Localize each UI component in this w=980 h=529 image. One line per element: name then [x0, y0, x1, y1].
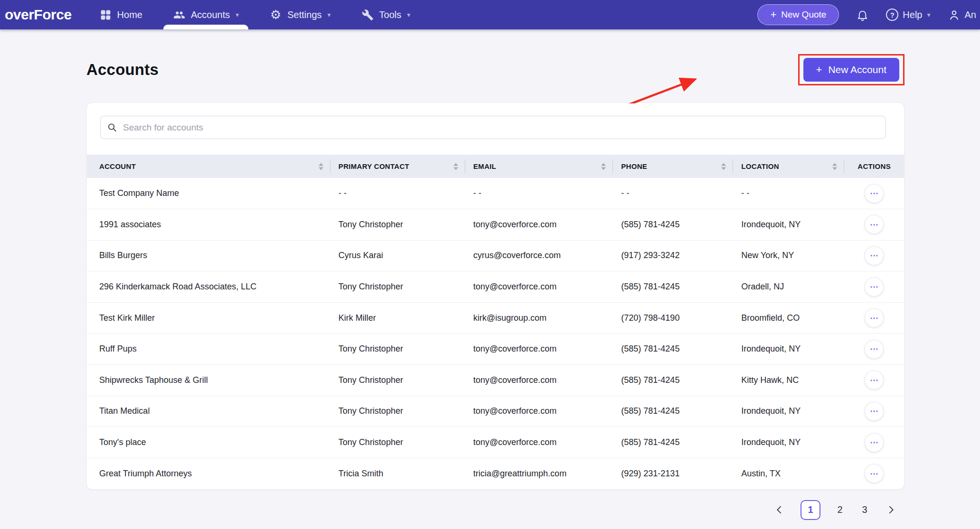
- annotation-highlight-box: + New Account: [798, 54, 905, 85]
- page-title: Accounts: [86, 61, 159, 79]
- nav-item-label: Home: [117, 9, 142, 20]
- search-input[interactable]: [100, 116, 886, 139]
- cell-location: Irondequoit, NY: [733, 334, 844, 365]
- sort-icon: [721, 163, 726, 170]
- row-actions-button[interactable]: ⋯: [865, 402, 884, 421]
- column-header-phone[interactable]: PHONE: [613, 155, 733, 178]
- plus-icon: +: [770, 9, 776, 20]
- chevron-down-icon: ▾: [407, 11, 410, 19]
- row-actions-button[interactable]: ⋯: [865, 215, 884, 234]
- cell-phone: (720) 798-4190: [613, 302, 733, 334]
- column-header-email[interactable]: EMAIL: [465, 155, 613, 178]
- cell-phone: (585) 781-4245: [613, 396, 733, 427]
- cell-account: 296 Kinderkamack Road Associates, LLC: [87, 271, 330, 303]
- next-page-button[interactable]: [884, 503, 898, 517]
- cell-email: - -: [465, 178, 613, 209]
- help-menu[interactable]: ? Help ▾: [886, 9, 930, 21]
- notifications-bell-button[interactable]: [856, 9, 869, 21]
- column-header-actions: ACTIONS: [844, 155, 904, 178]
- column-header-label: EMAIL: [473, 162, 496, 170]
- cell-email: kirk@isugroup.com: [465, 302, 613, 334]
- nav-item-label: Accounts: [191, 9, 230, 20]
- nav-item-home[interactable]: Home: [99, 0, 142, 29]
- row-actions-button[interactable]: ⋯: [865, 184, 884, 203]
- prev-page-button[interactable]: [773, 503, 786, 517]
- column-header-account[interactable]: ACCOUNT: [87, 155, 330, 178]
- page-button-2[interactable]: 2: [835, 504, 845, 515]
- table-row[interactable]: Test Company Name - - - - - - - - ⋯: [87, 178, 904, 209]
- row-actions-button[interactable]: ⋯: [865, 371, 884, 390]
- cell-phone: (585) 781-4245: [613, 427, 733, 458]
- cell-account: Titan Medical: [87, 396, 330, 427]
- table-row[interactable]: Test Kirk Miller Kirk Miller kirk@isugro…: [87, 302, 904, 334]
- page-button-1[interactable]: 1: [801, 500, 820, 520]
- table-row[interactable]: Bills Burgers Cyrus Karai cyrus@coverfor…: [87, 240, 904, 271]
- active-tab-indicator: [163, 25, 248, 29]
- table-body: Test Company Name - - - - - - - - ⋯ 1991…: [87, 178, 904, 489]
- cell-primary-contact: Cyrus Karai: [330, 240, 465, 271]
- cell-account: Shipwrecks Taphouse & Grill: [87, 365, 330, 396]
- cell-primary-contact: Tony Christopher: [330, 396, 465, 427]
- row-actions-button[interactable]: ⋯: [865, 278, 884, 297]
- row-actions-button[interactable]: ⋯: [865, 340, 884, 359]
- new-quote-button[interactable]: + New Quote: [757, 4, 839, 25]
- cell-location: Irondequoit, NY: [733, 427, 844, 458]
- cell-email: tony@coverforce.com: [465, 396, 613, 427]
- user-menu[interactable]: An: [948, 9, 976, 21]
- cell-email: tony@coverforce.com: [465, 427, 613, 458]
- table-row[interactable]: Shipwrecks Taphouse & Grill Tony Christo…: [87, 365, 904, 396]
- page-button-3[interactable]: 3: [859, 504, 870, 515]
- new-quote-label: New Quote: [781, 9, 826, 20]
- cell-email: tony@coverforce.com: [465, 271, 613, 303]
- table-row[interactable]: Great Triumph Attorneys Tricia Smith tri…: [87, 458, 904, 489]
- table-row[interactable]: 1991 associates Tony Christopher tony@co…: [87, 209, 904, 241]
- cell-email: tony@coverforce.com: [465, 365, 613, 396]
- row-actions-button[interactable]: ⋯: [865, 464, 884, 483]
- nav-item-label: Settings: [287, 9, 321, 20]
- cell-phone: (585) 781-4245: [613, 209, 733, 241]
- new-account-label: New Account: [828, 64, 886, 75]
- cell-account: Great Triumph Attorneys: [87, 458, 330, 489]
- cell-phone: (585) 781-4245: [613, 271, 733, 303]
- nav-item-settings[interactable]: ⚙ Settings ▾: [269, 0, 330, 29]
- cell-phone: (585) 781-4245: [613, 334, 733, 365]
- nav-item-tools[interactable]: Tools ▾: [361, 0, 411, 29]
- coverforce-logo[interactable]: overForce: [5, 7, 72, 23]
- nav-item-accounts[interactable]: Accounts ▾: [173, 0, 239, 29]
- cell-location: Austin, TX: [733, 458, 844, 489]
- column-header-primary-contact[interactable]: PRIMARY CONTACT: [330, 155, 465, 178]
- column-header-label: ACCOUNT: [99, 162, 136, 170]
- accounts-table: ACCOUNT PRIMARY CONTACT EMAIL PHONE LOCA…: [87, 155, 904, 489]
- help-icon: ?: [886, 9, 898, 21]
- chevron-down-icon: ▾: [927, 11, 931, 19]
- cell-primary-contact: Kirk Miller: [330, 302, 465, 334]
- row-actions-button[interactable]: ⋯: [865, 433, 884, 452]
- table-row[interactable]: 296 Kinderkamack Road Associates, LLC To…: [87, 271, 904, 303]
- cell-phone: - -: [613, 178, 733, 209]
- cell-location: Kitty Hawk, NC: [733, 365, 844, 396]
- cell-phone: (917) 293-3242: [613, 240, 733, 271]
- sort-icon: [319, 163, 323, 170]
- cell-account: 1991 associates: [87, 209, 330, 241]
- search-icon: [107, 122, 117, 132]
- cell-primary-contact: Tony Christopher: [330, 365, 465, 396]
- row-actions-button[interactable]: ⋯: [865, 246, 884, 265]
- row-actions-button[interactable]: ⋯: [865, 308, 884, 327]
- top-nav: overForce Home Accounts ▾ ⚙ Settings ▾ T…: [0, 0, 980, 29]
- wrench-icon: [361, 9, 374, 21]
- chevron-down-icon: ▾: [328, 11, 331, 19]
- column-header-location[interactable]: LOCATION: [733, 155, 844, 178]
- help-label: Help: [903, 9, 922, 20]
- cell-primary-contact: Tony Christopher: [330, 209, 465, 241]
- table-row[interactable]: Titan Medical Tony Christopher tony@cove…: [87, 396, 904, 427]
- cell-primary-contact: - -: [330, 178, 465, 209]
- cell-primary-contact: Tony Christopher: [330, 271, 465, 303]
- cell-location: Broomfield, CO: [733, 302, 844, 334]
- cell-email: tricia@greattriumph.com: [465, 458, 613, 489]
- search-section: [87, 103, 904, 155]
- table-row[interactable]: Ruff Pups Tony Christopher tony@coverfor…: [87, 334, 904, 365]
- table-row[interactable]: Tony's place Tony Christopher tony@cover…: [87, 427, 904, 458]
- column-header-label: ACTIONS: [858, 162, 891, 170]
- new-account-button[interactable]: + New Account: [803, 58, 899, 82]
- pagination: 123: [0, 500, 898, 520]
